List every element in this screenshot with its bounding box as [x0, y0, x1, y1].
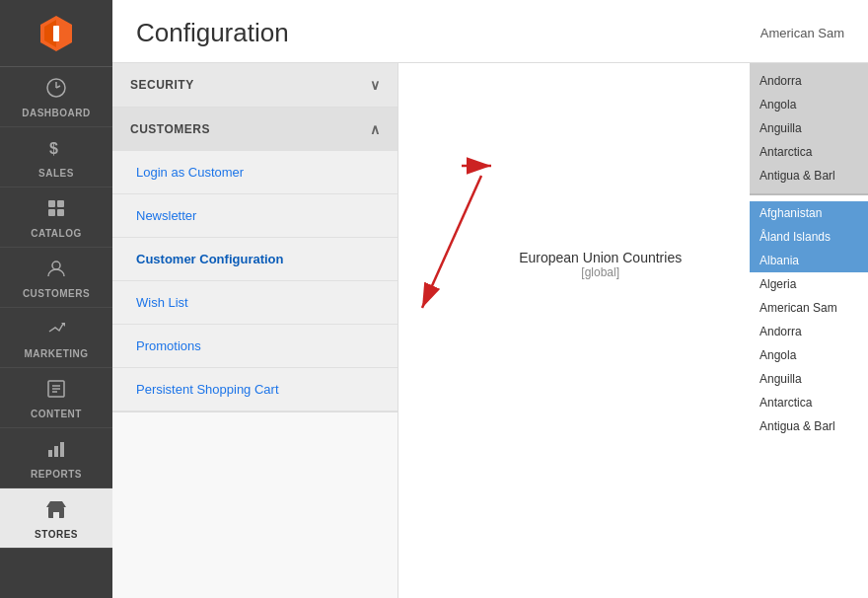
- accordion-header-security[interactable]: SECURITY ∨: [112, 63, 398, 107]
- menu-item-persistent-shopping-cart[interactable]: Persistent Shopping Cart: [112, 368, 398, 411]
- sidebar-item-reports[interactable]: REPORTS: [0, 428, 112, 488]
- menu-item-login-as-customer[interactable]: Login as Customer: [112, 151, 398, 194]
- country-list-bottom: Afghanistan Åland Islands Albania Algeri…: [750, 193, 868, 598]
- security-chevron: ∨: [370, 77, 381, 93]
- country-albania[interactable]: Albania: [750, 249, 868, 272]
- sidebar-item-label: SALES: [38, 168, 74, 179]
- svg-rect-8: [48, 209, 55, 216]
- center-label-main: European Union Countries: [519, 250, 682, 265]
- sidebar-item-stores[interactable]: STORES: [0, 488, 112, 549]
- sidebar-item-dashboard[interactable]: DASHBOARD: [0, 67, 112, 127]
- sidebar-logo[interactable]: [0, 0, 112, 67]
- svg-rect-7: [57, 200, 64, 207]
- sidebar-item-label: MARKETING: [24, 348, 88, 359]
- country-antigua-top[interactable]: Antigua & Barl: [750, 164, 868, 187]
- center-label-sub: [global]: [519, 265, 682, 279]
- country-andorra-bottom[interactable]: Andorra: [750, 320, 868, 343]
- sidebar-item-marketing[interactable]: MARKETING: [0, 308, 112, 368]
- country-antarctica-top[interactable]: Antarctica: [750, 140, 868, 164]
- accordion-security: SECURITY ∨: [112, 63, 398, 108]
- sidebar: DASHBOARD $ SALES CATALOG CUSTOME: [0, 0, 112, 598]
- svg-rect-16: [48, 450, 52, 457]
- accordion-header-customers[interactable]: CUSTOMERS ∧: [112, 108, 398, 151]
- sidebar-item-label: STORES: [35, 529, 78, 540]
- sales-icon: $: [45, 137, 67, 164]
- country-afghanistan[interactable]: Afghanistan: [750, 201, 868, 225]
- accordion-customers: CUSTOMERS ∧ Login as Customer Newsletter…: [112, 108, 398, 412]
- content-area: SECURITY ∨ CUSTOMERS ∧ Login as Customer…: [112, 63, 868, 598]
- customers-icon: [45, 258, 67, 284]
- right-panel: European Union Countries [global] Andorr…: [398, 63, 868, 598]
- country-angola-top[interactable]: Angola: [750, 93, 868, 116]
- country-anguilla-bottom[interactable]: Anguilla: [750, 367, 868, 391]
- country-antarctica-bottom[interactable]: Antarctica: [750, 391, 868, 414]
- svg-rect-3: [53, 26, 59, 41]
- sidebar-item-label: REPORTS: [31, 469, 82, 480]
- security-label: SECURITY: [130, 78, 194, 92]
- svg-rect-17: [54, 446, 58, 457]
- svg-point-10: [52, 262, 60, 269]
- catalog-icon: [45, 197, 67, 224]
- customers-chevron: ∧: [370, 121, 381, 137]
- country-angola-bottom[interactable]: Angola: [750, 343, 868, 367]
- menu-item-customer-configuration[interactable]: Customer Configuration: [112, 238, 398, 281]
- country-algeria[interactable]: Algeria: [750, 272, 868, 296]
- country-antigua-bottom[interactable]: Antigua & Barl: [750, 414, 868, 438]
- main-content: Configuration American Sam SECURITY ∨ CU…: [112, 0, 868, 598]
- sidebar-item-label: CONTENT: [31, 409, 82, 419]
- sidebar-item-sales[interactable]: $ SALES: [0, 127, 112, 187]
- reports-icon: [45, 438, 67, 465]
- svg-text:$: $: [49, 140, 58, 157]
- svg-rect-18: [60, 442, 64, 457]
- stores-icon: [45, 498, 67, 525]
- country-american-sam[interactable]: American Sam: [750, 296, 868, 320]
- left-panel: SECURITY ∨ CUSTOMERS ∧ Login as Customer…: [112, 63, 398, 598]
- svg-rect-9: [57, 209, 64, 216]
- sidebar-item-customers[interactable]: CUSTOMERS: [0, 248, 112, 308]
- menu-item-newsletter[interactable]: Newsletter: [112, 194, 398, 238]
- svg-rect-20: [53, 512, 59, 518]
- marketing-icon: [45, 318, 67, 344]
- menu-item-promotions[interactable]: Promotions: [112, 325, 398, 368]
- sidebar-item-content[interactable]: CONTENT: [0, 368, 112, 428]
- sidebar-item-label: CUSTOMERS: [23, 288, 90, 299]
- customers-label: CUSTOMERS: [130, 122, 210, 136]
- sidebar-item-catalog[interactable]: CATALOG: [0, 187, 112, 248]
- center-label: European Union Countries [global]: [519, 250, 682, 279]
- sidebar-item-label: CATALOG: [31, 228, 81, 239]
- content-icon: [45, 378, 67, 405]
- country-list-container: Andorra Angola Anguilla Antarctica Antig…: [750, 63, 868, 598]
- page-header: Configuration American Sam: [112, 0, 868, 63]
- menu-item-wish-list[interactable]: Wish List: [112, 281, 398, 325]
- page-title: Configuration: [136, 18, 289, 48]
- country-aland-islands[interactable]: Åland Islands: [750, 225, 868, 249]
- country-anguilla-top[interactable]: Anguilla: [750, 116, 868, 140]
- customers-content: Login as Customer Newsletter Customer Co…: [112, 151, 398, 411]
- svg-rect-6: [48, 200, 55, 207]
- sidebar-item-label: DASHBOARD: [22, 108, 91, 118]
- user-name: American Sam: [760, 26, 844, 40]
- country-andorra-top[interactable]: Andorra: [750, 69, 868, 93]
- dashboard-icon: [45, 77, 67, 104]
- header-right: American Sam: [760, 26, 844, 40]
- country-list-top: Andorra Angola Anguilla Antarctica Antig…: [750, 63, 868, 193]
